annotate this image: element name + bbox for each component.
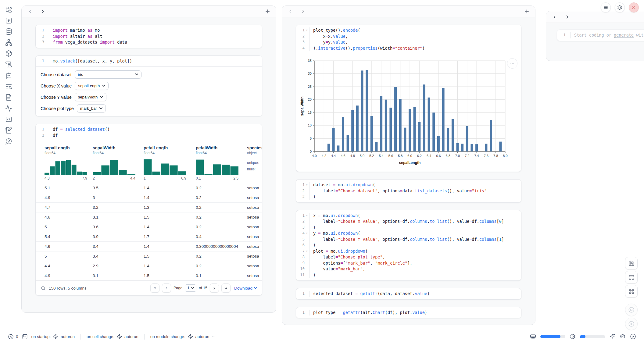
table-row[interactable]: 53.41.50.2setosa xyxy=(36,251,262,261)
table-row[interactable]: 5.43.91.70.4setosa xyxy=(36,232,262,241)
x-value-select[interactable]: sepalLength xyxy=(75,82,109,90)
ai-assistant-button[interactable] xyxy=(609,333,615,340)
cell-imports[interactable]: 1import marimo as mo2import altair as al… xyxy=(35,25,262,48)
add-cell-button[interactable] xyxy=(524,9,530,15)
column-header[interactable]: sepalLengthfloat644.37.9 xyxy=(40,145,88,180)
column-header[interactable]: petalWidthfloat640.12.5 xyxy=(191,145,242,180)
fold-marker-icon[interactable]: ∨ xyxy=(305,213,309,219)
sidebar-item-chat[interactable] xyxy=(5,72,12,79)
sidebar-item-scratchpad[interactable] xyxy=(5,127,12,134)
code-editor[interactable]: 1∨plot_type().encode(2 x=x.value,3 y=y.v… xyxy=(296,25,521,54)
chart-output: 4.04.24.44.64.85.05.25.45.65.86.06.26.46… xyxy=(296,54,521,172)
code-editor[interactable]: 1plot_type = getattr(alt.Chart(df), plot… xyxy=(296,307,521,318)
search-icon[interactable] xyxy=(41,286,46,291)
column-dtype: object xyxy=(247,151,262,155)
table-row[interactable]: 4.63.11.50.2setosa xyxy=(36,212,262,222)
code-placeholder[interactable]: Start coding or generate with AI xyxy=(570,32,644,38)
sidebar-item-help[interactable] xyxy=(5,138,12,145)
table-row[interactable]: 53.61.40.2setosa xyxy=(36,222,262,232)
settings-button[interactable] xyxy=(615,2,625,12)
table-row[interactable]: 4.931.40.2setosa xyxy=(36,193,262,202)
save-button[interactable] xyxy=(625,257,638,269)
first-page-button[interactable] xyxy=(150,283,159,293)
column-scroll-left-button[interactable] xyxy=(27,9,33,14)
last-page-button[interactable] xyxy=(221,283,231,293)
fold-marker-icon[interactable]: ∨ xyxy=(305,248,309,255)
sidebar-item-functions[interactable] xyxy=(5,17,12,24)
terminal-button[interactable] xyxy=(22,334,28,340)
on-module-change-setting[interactable]: on module change: autorun xyxy=(150,334,216,340)
layout-button[interactable] xyxy=(625,271,638,283)
fold-marker-icon[interactable]: ∨ xyxy=(305,27,309,34)
column-scroll-right-button[interactable] xyxy=(564,14,570,20)
table-cell: 0.2 xyxy=(191,215,242,219)
sidebar-item-file-tree[interactable] xyxy=(5,6,12,13)
dataset-select[interactable]: iris xyxy=(75,70,141,79)
table-row[interactable]: 4.93.11.50.1setosa xyxy=(36,271,262,280)
keyboard-shortcuts-button[interactable] xyxy=(625,285,638,297)
cell-dataset-dropdown[interactable]: 1∨dataset = mo.ui.dropdown(2 label="Choo… xyxy=(296,179,521,203)
table-row[interactable]: 4.63.41.40.30000000000000004setosa xyxy=(36,241,262,251)
code-editor[interactable]: 1df = selected_dataset()2df xyxy=(36,124,262,141)
add-cell-button[interactable] xyxy=(264,9,270,15)
code-editor[interactable]: 1∨x = mo.ui.dropdown(2 label="Choose X v… xyxy=(296,210,521,281)
errors-indicator[interactable]: 0 xyxy=(8,334,18,340)
cell-plot-type[interactable]: 1plot_type = getattr(alt.Chart(df), plot… xyxy=(296,307,521,319)
prev-page-button[interactable] xyxy=(162,283,171,293)
cell-selected-dataset[interactable]: 1selected_dataset = getattr(data, datase… xyxy=(296,288,521,300)
generate-with-ai-link[interactable]: generate xyxy=(614,33,634,37)
table-cell: 5.1 xyxy=(40,186,88,190)
copilot-button[interactable] xyxy=(620,333,626,340)
download-button[interactable]: Download xyxy=(234,286,257,290)
run-button[interactable] xyxy=(625,318,638,330)
sidebar-item-datasources[interactable] xyxy=(5,28,12,35)
table-cell: 5.4 xyxy=(40,234,88,239)
new-cell[interactable]: 1 Start coding or generate with AI xyxy=(557,30,644,41)
code-editor[interactable]: 1selected_dataset = getattr(data, datase… xyxy=(296,288,521,299)
column-histogram[interactable] xyxy=(196,158,238,175)
plot-type-select[interactable]: mark_bar xyxy=(77,104,106,112)
page-select[interactable]: 1 xyxy=(185,284,196,292)
column-histogram[interactable] xyxy=(144,158,186,175)
connection-status-button[interactable] xyxy=(630,333,636,340)
column-header[interactable]: petalLengthfloat6416.9 xyxy=(139,145,191,180)
column-scroll-right-button[interactable] xyxy=(40,9,45,14)
sidebar-item-logs[interactable] xyxy=(5,83,12,90)
sidebar-item-dependencies[interactable] xyxy=(5,39,12,46)
sidebar-item-snippets[interactable] xyxy=(5,116,12,123)
on-cell-change-setting[interactable]: on cell change: autorun xyxy=(87,334,138,340)
sidebar-item-packages[interactable] xyxy=(5,50,12,57)
table-row[interactable]: 4.42.91.40.2setosa xyxy=(36,261,262,271)
code-editor[interactable]: 1mo.vstack([dataset, x, y, plot]) xyxy=(36,56,262,67)
column-histogram[interactable] xyxy=(93,158,135,175)
fold-marker-icon[interactable]: ∨ xyxy=(305,182,309,188)
column-dtype: float64 xyxy=(144,151,191,155)
cell-df[interactable]: 1df = selected_dataset()2df sepalLengthf… xyxy=(35,124,262,296)
column-histogram[interactable] xyxy=(45,158,87,175)
altair-chart[interactable]: 4.04.24.44.64.85.05.25.45.65.86.06.26.46… xyxy=(299,58,513,167)
column-header[interactable]: speciesobjectunique:nulls: xyxy=(242,145,262,180)
column-scroll-left-button[interactable] xyxy=(288,9,293,14)
code-editor[interactable]: 1∨dataset = mo.ui.dropdown(2 label="Choo… xyxy=(296,180,521,202)
column-scroll-left-button[interactable] xyxy=(552,14,557,20)
notebook-menu-button[interactable] xyxy=(601,2,611,12)
cell-vstack[interactable]: 1mo.vstack([dataset, x, y, plot]) Choose… xyxy=(35,55,262,117)
stop-button[interactable] xyxy=(625,304,638,316)
table-row[interactable]: 4.73.21.30.2setosa xyxy=(36,202,262,212)
sidebar-item-scripts[interactable] xyxy=(5,61,12,68)
column-header[interactable]: sepalWidthfloat6424.4 xyxy=(88,145,139,180)
vega-actions-button[interactable] xyxy=(507,58,517,69)
y-value-select[interactable]: sepalWidth xyxy=(75,93,106,101)
table-row[interactable]: 5.13.51.40.2setosa xyxy=(36,183,262,193)
sidebar-item-tracing[interactable] xyxy=(5,105,12,112)
next-page-button[interactable] xyxy=(210,283,219,293)
column-scroll-right-button[interactable] xyxy=(300,9,306,14)
on-startup-setting[interactable]: on startup: autorun xyxy=(31,334,75,340)
fold-marker-icon[interactable]: ∨ xyxy=(305,230,309,237)
shutdown-button[interactable] xyxy=(629,2,639,12)
code-editor[interactable]: 1import marimo as mo2import altair as al… xyxy=(36,25,262,48)
cell-xy-plot-dropdowns[interactable]: 1∨x = mo.ui.dropdown(2 label="Choose X v… xyxy=(296,210,521,281)
cell-plot[interactable]: 1∨plot_type().encode(2 x=x.value,3 y=y.v… xyxy=(296,25,521,172)
memory-usage-meter xyxy=(540,335,565,338)
sidebar-item-documentation[interactable] xyxy=(5,94,12,101)
